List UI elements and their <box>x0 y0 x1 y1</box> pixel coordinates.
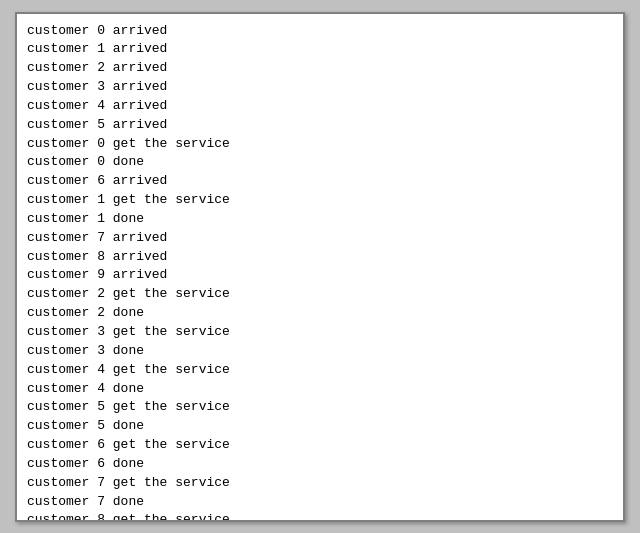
terminal-line: customer 6 arrived <box>27 172 613 191</box>
terminal-output: customer 0 arrivedcustomer 1 arrivedcust… <box>17 14 623 520</box>
terminal-line: customer 2 done <box>27 304 613 323</box>
terminal-window: customer 0 arrivedcustomer 1 arrivedcust… <box>15 12 625 522</box>
terminal-line: customer 8 get the service <box>27 511 613 519</box>
terminal-line: customer 1 done <box>27 210 613 229</box>
terminal-line: customer 4 get the service <box>27 361 613 380</box>
terminal-line: customer 4 done <box>27 380 613 399</box>
terminal-line: customer 9 arrived <box>27 266 613 285</box>
terminal-line: customer 0 done <box>27 153 613 172</box>
terminal-line: customer 6 done <box>27 455 613 474</box>
terminal-line: customer 4 arrived <box>27 97 613 116</box>
terminal-line: customer 1 get the service <box>27 191 613 210</box>
terminal-line: customer 0 get the service <box>27 135 613 154</box>
terminal-line: customer 1 arrived <box>27 40 613 59</box>
terminal-line: customer 6 get the service <box>27 436 613 455</box>
terminal-line: customer 8 arrived <box>27 248 613 267</box>
terminal-line: customer 2 arrived <box>27 59 613 78</box>
terminal-line: customer 7 get the service <box>27 474 613 493</box>
terminal-line: customer 3 arrived <box>27 78 613 97</box>
terminal-line: customer 5 done <box>27 417 613 436</box>
terminal-line: customer 0 arrived <box>27 22 613 41</box>
terminal-line: customer 3 done <box>27 342 613 361</box>
terminal-line: customer 7 arrived <box>27 229 613 248</box>
terminal-line: customer 2 get the service <box>27 285 613 304</box>
terminal-line: customer 7 done <box>27 493 613 512</box>
terminal-line: customer 5 get the service <box>27 398 613 417</box>
terminal-line: customer 5 arrived <box>27 116 613 135</box>
terminal-line: customer 3 get the service <box>27 323 613 342</box>
